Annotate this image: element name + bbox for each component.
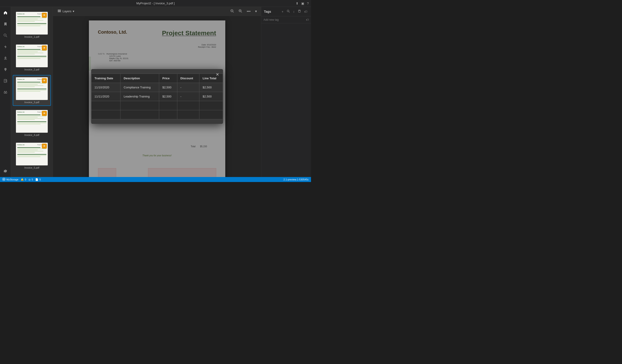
content-area: Layers ▾ ••• <box>53 7 261 177</box>
tags-search-button[interactable] <box>286 9 291 14</box>
col-header-discount: Discount <box>177 74 199 83</box>
tags-add-button[interactable]: + <box>281 9 284 14</box>
toolbar: Layers ▾ ••• <box>53 7 261 16</box>
panel-icon[interactable]: ▣ <box>301 1 304 5</box>
sidebar-item-bookmarks[interactable] <box>2 20 9 28</box>
eye-badge-invoice3[interactable]: 👁 <box>42 78 47 83</box>
sidebar-item-document[interactable] <box>2 77 9 85</box>
col-header-description: Description <box>120 74 159 83</box>
layers-status-icon: ◎ <box>28 178 31 181</box>
version-label: 2.1-preview.1-530545c <box>284 178 309 181</box>
tags-input-tag-icon: 🏷 <box>306 18 309 21</box>
alerts-count: 0 <box>25 178 26 181</box>
status-right: 2.1-preview.1-530545c <box>284 178 309 181</box>
svg-line-23 <box>289 12 290 13</box>
svg-rect-14 <box>58 12 61 12</box>
window-title: MyProject2 - [ Invoice_3.pdf ] <box>136 1 175 5</box>
pdf-viewer[interactable]: Contoso, Ltd. Project Statement Date: 9/… <box>53 16 261 177</box>
layers-label: Layers <box>62 10 71 13</box>
sidebar-item-settings[interactable] <box>2 167 9 175</box>
tags-header-actions: + ↕ 🏷 <box>281 9 308 14</box>
file-thumbnail-invoice2: Contoso, Ltd. Project Statement 👁 <box>16 45 48 67</box>
modal-close-button[interactable]: ✕ <box>214 71 221 78</box>
alerts-icon: 🔔 <box>21 178 24 181</box>
layers-icon <box>58 9 61 13</box>
svg-point-22 <box>287 10 289 12</box>
sidebar-item-plugin[interactable] <box>2 89 9 96</box>
tags-input-area: 🏷 <box>261 16 311 23</box>
file-name-invoice3: Invoice_3.pdf <box>24 101 39 104</box>
layers-count: 5 <box>32 178 33 181</box>
title-bar-actions: ⬆ ▣ ? <box>296 1 309 5</box>
svg-rect-24 <box>298 10 300 12</box>
row2-linetotal: $2,500 <box>199 92 223 101</box>
storage-name: MyStorage <box>6 178 19 181</box>
file-item-invoice2[interactable]: Contoso, Ltd. Project Statement 👁 Invoic… <box>13 42 51 73</box>
storage-icon <box>2 178 5 181</box>
training-table: Training Date Description Price Discount… <box>91 74 223 119</box>
svg-point-3 <box>5 57 6 58</box>
row2-description: Leadership Training <box>120 92 159 101</box>
eye-badge-invoice2[interactable]: 👁 <box>42 45 47 51</box>
sidebar-item-bulb[interactable] <box>2 66 9 73</box>
file-name-invoice4: Invoice_4.pdf <box>24 134 39 136</box>
docs-status-icon: 📄 <box>35 178 39 181</box>
zoom-in-button[interactable] <box>237 8 243 15</box>
row1-description: Compliance Training <box>120 83 159 92</box>
table-row-empty2 <box>91 110 223 119</box>
table-row: 11/10/2020 Compliance Training $2,500 - … <box>91 83 223 92</box>
row2-price: $2,500 <box>159 92 177 101</box>
eye-badge-invoice4[interactable]: 👁 <box>42 111 47 116</box>
modal-overlay[interactable]: ✕ Training Date Description Price Discou… <box>53 16 261 177</box>
file-item-invoice1[interactable]: Contoso, Ltd. Project Statement 👁 Invoic… <box>13 10 51 40</box>
tags-tag-icon-button[interactable]: 🏷 <box>303 9 308 14</box>
svg-rect-7 <box>4 79 6 82</box>
row1-discount: - <box>177 83 199 92</box>
chevron-down-button[interactable]: ▾ <box>254 8 258 14</box>
svg-line-17 <box>233 12 234 13</box>
icon-sidebar <box>0 7 11 177</box>
tags-panel: Tags + ↕ 🏷 <box>261 7 311 177</box>
eye-badge-invoice1[interactable]: 👁 <box>42 13 47 18</box>
file-name-invoice2: Invoice_2.pdf <box>24 68 39 71</box>
table-row: 11/11/2020 Leadership Training $2,500 - … <box>91 92 223 101</box>
title-bar: MyProject2 - [ Invoice_3.pdf ] ⬆ ▣ ? <box>0 0 311 7</box>
file-panel: Contoso, Ltd. Project Statement 👁 Invoic… <box>11 7 53 177</box>
row1-linetotal: $2,500 <box>199 83 223 92</box>
sidebar-item-home[interactable] <box>2 9 9 16</box>
data-table-modal: ✕ Training Date Description Price Discou… <box>91 69 223 124</box>
file-thumbnail-invoice5: Contoso, Ltd. Project Statement 👁 <box>16 143 48 165</box>
row2-date: 11/11/2020 <box>91 92 120 101</box>
row1-price: $2,500 <box>159 83 177 92</box>
sidebar-item-lightning[interactable] <box>2 43 9 51</box>
tags-sort-button[interactable]: ↕ <box>292 9 295 14</box>
eye-badge-invoice5[interactable]: 👁 <box>42 144 47 149</box>
main-layout: Contoso, Ltd. Project Statement 👁 Invoic… <box>0 7 311 177</box>
svg-rect-12 <box>58 10 61 10</box>
sidebar-item-anchor[interactable] <box>2 55 9 62</box>
more-options-button[interactable]: ••• <box>245 8 252 14</box>
svg-rect-13 <box>58 11 61 11</box>
tags-title: Tags <box>264 10 271 13</box>
file-name-invoice1: Invoice_1.pdf <box>24 36 39 38</box>
sidebar-item-search[interactable] <box>2 32 9 39</box>
file-thumbnail-invoice1: Contoso, Ltd. Project Statement 👁 <box>16 12 48 35</box>
tags-delete-button[interactable] <box>297 9 302 14</box>
table-row-empty1 <box>91 101 223 110</box>
file-item-invoice3[interactable]: Contoso, Ltd. Project Statement 👁 Invoic… <box>13 75 51 106</box>
zoom-out-button[interactable] <box>229 8 235 15</box>
help-icon[interactable]: ? <box>307 1 309 5</box>
row2-discount: - <box>177 92 199 101</box>
svg-point-0 <box>4 34 6 36</box>
svg-rect-10 <box>4 92 5 93</box>
svg-rect-11 <box>6 92 7 93</box>
status-left: MyStorage 🔔 0 ◎ 5 📄 5 <box>2 178 41 181</box>
tags-input[interactable] <box>264 18 306 21</box>
share-icon[interactable]: ⬆ <box>296 1 298 5</box>
layers-dropdown[interactable]: Layers ▾ <box>56 8 76 14</box>
file-item-invoice4[interactable]: Contoso, Ltd. Project Statement 👁 Invoic… <box>13 108 51 139</box>
svg-rect-6 <box>5 71 6 71</box>
file-item-invoice5[interactable]: Contoso, Ltd. Project Statement 👁 Invoic… <box>13 140 51 171</box>
tags-header: Tags + ↕ 🏷 <box>261 7 311 16</box>
row1-date: 11/10/2020 <box>91 83 120 92</box>
